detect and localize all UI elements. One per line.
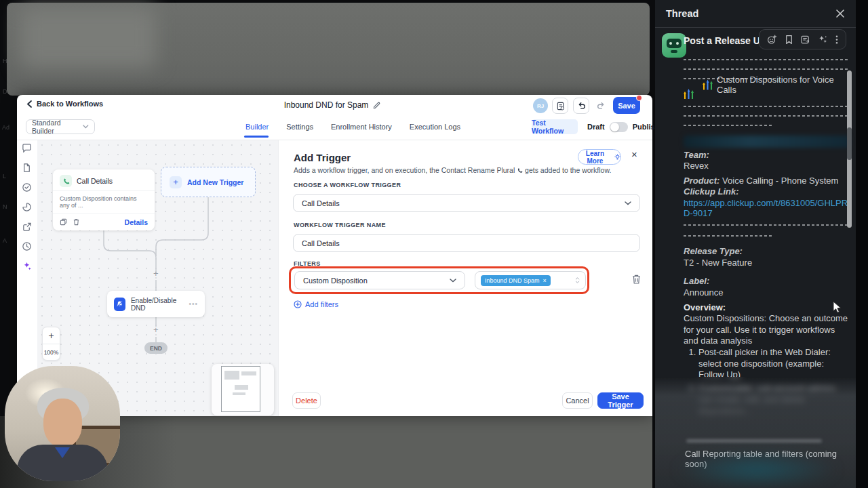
back-label: Back to Workflows [37,100,103,108]
add-filters-button[interactable]: Add filters [294,300,338,308]
insert-step-plus-2[interactable]: + [153,325,159,335]
faint-redacted-line [686,439,822,443]
workflow-trigger-select[interactable]: Call Details [293,194,640,212]
tab-settings[interactable]: Settings [286,123,313,131]
clickup-link[interactable]: https://app.clickup.com/t/8631005/GHLPRD… [684,198,850,218]
tag-remove-icon[interactable]: × [543,277,547,284]
thread-scrollbar-thumb[interactable] [847,127,852,160]
filter-value-multiselect[interactable]: Inbound DND Spam × [475,271,586,289]
active-tab-underline [244,136,269,138]
document-icon [556,102,565,110]
delete-button[interactable]: Delete [292,392,321,409]
builder-mode-select[interactable]: Standard Builder [26,119,95,134]
blurred-background-top [7,3,650,96]
node-menu-dots[interactable]: ••• [189,300,198,308]
release-type-label: Release Type: [684,246,850,256]
slack-thread-panel: Thread Post a Release Update Custom Disp… [655,0,856,488]
pie-chart-icon[interactable] [22,202,32,215]
sparkle-gift-icon[interactable] [22,261,32,274]
close-panel-icon[interactable]: × [631,148,637,160]
team-label: Team: [684,150,850,160]
learn-more-label: Learn More [578,150,612,165]
trigger-node-call-details[interactable]: Call Details Custom Disposition contains… [53,169,155,230]
teal-glow [675,453,838,487]
action-node-dnd[interactable]: Enable/Disable DND ••• [107,291,205,317]
dashed-separator [684,59,850,60]
bot-avatar [662,33,686,58]
cancel-button[interactable]: Cancel [562,392,593,409]
undo-icon [577,102,586,110]
back-chevron-icon [26,100,33,108]
thread-header: Thread [655,0,856,28]
filter-field-select[interactable]: Custom Disposition [294,271,465,289]
history-clock-icon[interactable] [22,241,32,254]
filters-label: FILTERS [294,260,321,267]
bookmark-icon[interactable] [785,35,793,45]
trigger-name-value: Call Details [302,239,340,247]
feature-title-line: Custom Dispositions for Voice Calls [684,75,850,95]
chevron-down-icon [83,125,89,129]
undo-button[interactable] [573,98,589,114]
minimap-viewport [221,366,260,412]
back-to-workflows-button[interactable]: Back to Workflows [26,100,103,108]
workflow-builder-window: Back to Workflows Inbound DND for Spam R… [17,95,652,416]
release-type-value: T2 - New Feature [684,258,850,268]
workflow-trigger-value: Call Details [302,199,340,207]
phone-receiver-icon [517,167,523,174]
workflow-title-text: Inbound DND for Spam [284,100,369,110]
share-message-icon[interactable] [800,35,810,45]
edit-pencil-icon[interactable] [373,102,380,109]
insert-step-plus[interactable]: + [153,268,159,279]
file-icon[interactable] [22,163,32,176]
tab-builder[interactable]: Builder [245,123,269,131]
label-value: Announce [684,287,850,298]
lightbulb-icon [614,154,620,161]
external-link-icon[interactable] [22,222,32,235]
trigger-name-input[interactable]: Call Details [293,234,640,252]
learn-more-button[interactable]: Learn More [578,149,621,165]
choose-trigger-label: CHOOSE A WORKFLOW TRIGGER [294,182,401,188]
save-trigger-button[interactable]: Save Trigger [597,392,644,409]
plus-icon: + [170,176,182,188]
test-workflow-button[interactable]: Test Workflow [532,119,578,134]
tab-execution-logs[interactable]: Execution Logs [410,123,460,131]
chevron-down-icon [450,279,456,283]
clickup-label: Clickup Link: [684,186,850,197]
ghl-chart-icon [703,80,713,90]
copy-icon[interactable] [60,218,67,226]
tab-bar: Builder Settings Enrollment History Exec… [245,123,460,131]
trigger-node-title: Call Details [77,177,113,185]
user-avatar[interactable]: RJ [533,98,548,113]
phone-icon [60,175,72,187]
stepper-icon[interactable] [575,277,580,283]
more-kebab-icon[interactable] [835,35,838,45]
details-link[interactable]: Details [125,218,148,226]
dnd-bell-slash-icon [114,298,125,311]
add-new-trigger-label: Add New Trigger [187,178,243,186]
redo-icon [597,102,606,110]
dashed-separator [684,125,774,126]
zoom-level: 100% [43,344,60,360]
close-thread-icon[interactable] [835,9,845,18]
publish-toggle[interactable] [610,122,628,132]
draft-label: Draft [587,123,605,131]
filter-tag[interactable]: Inbound DND Spam × [481,275,551,286]
check-circle-icon[interactable] [22,182,32,195]
plus-circle-icon [294,300,302,308]
avatar-initials: RJ [537,103,544,109]
publish-controls: Draft Publish [587,119,659,134]
ai-sparkles-icon[interactable] [818,35,828,45]
trigger-name-label: WORKFLOW TRIGGER NAME [294,222,386,228]
add-reaction-icon[interactable] [767,35,777,45]
zoom-in-button[interactable]: + [43,327,60,344]
trash-icon[interactable] [73,218,80,226]
redo-button[interactable] [593,98,609,114]
filter-tag-label: Inbound DND Spam [485,277,540,284]
comment-icon[interactable] [22,143,32,156]
delete-filter-trash-icon[interactable] [631,274,642,285]
canvas-minimap[interactable] [212,364,274,415]
presenter-face [43,399,82,447]
add-new-trigger-button[interactable]: + Add New Trigger [161,167,256,197]
tab-enrollment-history[interactable]: Enrollment History [331,123,392,131]
notes-button[interactable] [552,98,568,114]
